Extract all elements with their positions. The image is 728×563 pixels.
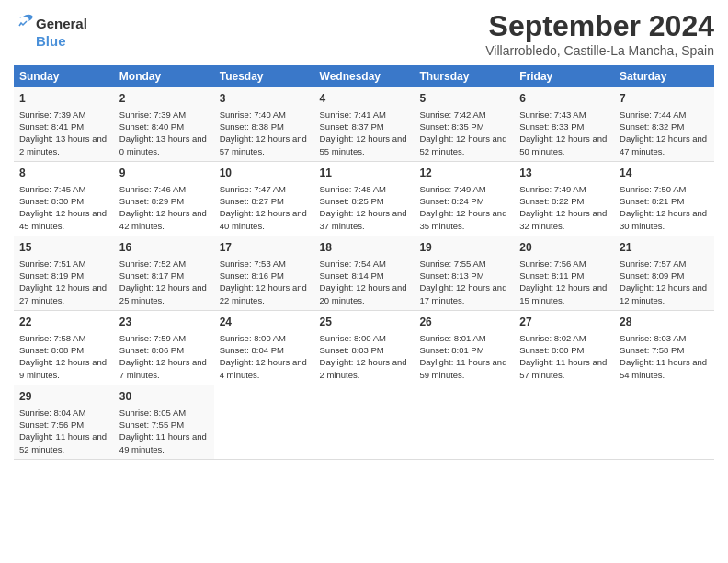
calendar-cell: 21Sunrise: 7:57 AMSunset: 8:09 PMDayligh… xyxy=(614,236,714,310)
day-number: 2 xyxy=(119,91,209,107)
calendar-cell: 23Sunrise: 7:59 AMSunset: 8:06 PMDayligh… xyxy=(114,310,214,385)
col-monday: Monday xyxy=(114,65,214,87)
sunrise: Sunrise: 8:02 AM xyxy=(519,333,586,343)
sunset: Sunset: 7:55 PM xyxy=(119,419,184,430)
sunrise: Sunrise: 7:53 AM xyxy=(220,259,286,269)
daylight: Daylight: 12 hours and 40 minutes. xyxy=(220,208,307,230)
daylight: Daylight: 13 hours and 0 minutes. xyxy=(119,133,207,155)
day-number: 23 xyxy=(119,315,209,330)
daylight: Daylight: 12 hours and 35 minutes. xyxy=(419,208,506,230)
day-number: 20 xyxy=(519,240,609,256)
sunrise: Sunrise: 8:01 AM xyxy=(419,333,485,343)
daylight: Daylight: 11 hours and 59 minutes. xyxy=(419,357,506,379)
calendar-cell: 18Sunrise: 7:54 AMSunset: 8:14 PMDayligh… xyxy=(314,236,415,310)
sunset: Sunset: 8:09 PM xyxy=(620,270,684,281)
sunrise: Sunrise: 7:55 AM xyxy=(419,259,485,269)
day-number: 30 xyxy=(119,389,209,405)
calendar-cell xyxy=(214,385,314,459)
calendar-cell: 25Sunrise: 8:00 AMSunset: 8:03 PMDayligh… xyxy=(314,310,415,385)
day-number: 7 xyxy=(620,91,709,107)
calendar-cell: 5Sunrise: 7:42 AMSunset: 8:35 PMDaylight… xyxy=(414,87,514,161)
col-tuesday: Tuesday xyxy=(214,65,314,87)
sunset: Sunset: 8:37 PM xyxy=(320,121,384,132)
header-row: Sunday Monday Tuesday Wednesday Thursday… xyxy=(14,65,714,87)
day-number: 18 xyxy=(320,240,409,256)
sunrise: Sunrise: 7:50 AM xyxy=(620,184,686,194)
logo: General Blue xyxy=(14,13,87,49)
col-friday: Friday xyxy=(514,65,614,87)
day-number: 28 xyxy=(620,315,709,330)
logo-bird-icon xyxy=(14,13,34,33)
day-number: 15 xyxy=(19,240,108,256)
calendar-cell xyxy=(514,385,614,459)
calendar-cell xyxy=(314,385,415,459)
calendar-cell: 6Sunrise: 7:43 AMSunset: 8:33 PMDaylight… xyxy=(514,87,614,161)
day-number: 26 xyxy=(419,315,508,330)
calendar-cell: 12Sunrise: 7:49 AMSunset: 8:24 PMDayligh… xyxy=(414,161,514,236)
calendar-cell: 3Sunrise: 7:40 AMSunset: 8:38 PMDaylight… xyxy=(214,87,314,161)
sunset: Sunset: 8:32 PM xyxy=(620,121,684,132)
daylight: Daylight: 12 hours and 32 minutes. xyxy=(519,208,607,230)
sunset: Sunset: 8:24 PM xyxy=(419,196,483,206)
calendar-cell: 28Sunrise: 8:03 AMSunset: 7:58 PMDayligh… xyxy=(614,310,714,385)
day-number: 21 xyxy=(620,240,709,256)
daylight: Daylight: 12 hours and 12 minutes. xyxy=(620,282,707,304)
sunset: Sunset: 8:13 PM xyxy=(419,270,483,281)
week-row-3: 15Sunrise: 7:51 AMSunset: 8:19 PMDayligh… xyxy=(14,236,714,310)
calendar-cell xyxy=(614,385,714,459)
col-wednesday: Wednesday xyxy=(314,65,415,87)
day-number: 8 xyxy=(19,166,108,181)
calendar-cell: 27Sunrise: 8:02 AMSunset: 8:00 PMDayligh… xyxy=(514,310,614,385)
sunset: Sunset: 8:11 PM xyxy=(519,270,584,281)
calendar-cell: 17Sunrise: 7:53 AMSunset: 8:16 PMDayligh… xyxy=(214,236,314,310)
daylight: Daylight: 12 hours and 52 minutes. xyxy=(419,133,506,155)
sunrise: Sunrise: 7:49 AM xyxy=(419,184,485,194)
daylight: Daylight: 12 hours and 25 minutes. xyxy=(119,282,207,304)
col-thursday: Thursday xyxy=(414,65,514,87)
calendar-cell: 10Sunrise: 7:47 AMSunset: 8:27 PMDayligh… xyxy=(214,161,314,236)
calendar-cell: 20Sunrise: 7:56 AMSunset: 8:11 PMDayligh… xyxy=(514,236,614,310)
sunrise: Sunrise: 7:42 AM xyxy=(419,109,485,120)
subtitle: Villarrobledo, Castille-La Mancha, Spain xyxy=(485,43,714,58)
sunset: Sunset: 8:03 PM xyxy=(320,345,384,355)
sunset: Sunset: 8:00 PM xyxy=(519,345,584,355)
sunset: Sunset: 8:19 PM xyxy=(19,270,84,281)
daylight: Daylight: 12 hours and 27 minutes. xyxy=(19,282,107,304)
sunrise: Sunrise: 7:41 AM xyxy=(320,109,386,120)
sunrise: Sunrise: 7:43 AM xyxy=(519,109,586,120)
daylight: Daylight: 12 hours and 7 minutes. xyxy=(119,357,207,379)
daylight: Daylight: 12 hours and 42 minutes. xyxy=(119,208,207,230)
calendar-cell: 7Sunrise: 7:44 AMSunset: 8:32 PMDaylight… xyxy=(614,87,714,161)
sunset: Sunset: 8:17 PM xyxy=(119,270,184,281)
sunrise: Sunrise: 7:40 AM xyxy=(220,109,286,120)
day-number: 17 xyxy=(220,240,309,256)
sunset: Sunset: 8:41 PM xyxy=(19,121,84,132)
sunrise: Sunrise: 8:03 AM xyxy=(620,333,686,343)
header: General Blue September 2024 Villarrobled… xyxy=(14,9,714,58)
day-number: 24 xyxy=(220,315,309,330)
daylight: Daylight: 11 hours and 49 minutes. xyxy=(119,431,207,454)
calendar-cell: 15Sunrise: 7:51 AMSunset: 8:19 PMDayligh… xyxy=(14,236,114,310)
sunrise: Sunrise: 7:56 AM xyxy=(519,259,586,269)
sunset: Sunset: 8:30 PM xyxy=(19,196,84,206)
daylight: Daylight: 12 hours and 17 minutes. xyxy=(419,282,506,304)
sunrise: Sunrise: 7:59 AM xyxy=(119,333,186,343)
daylight: Daylight: 12 hours and 15 minutes. xyxy=(519,282,607,304)
calendar-cell: 30Sunrise: 8:05 AMSunset: 7:55 PMDayligh… xyxy=(114,385,214,459)
week-row-1: 1Sunrise: 7:39 AMSunset: 8:41 PMDaylight… xyxy=(14,87,714,161)
sunrise: Sunrise: 7:49 AM xyxy=(519,184,586,194)
day-number: 9 xyxy=(119,166,209,181)
day-number: 3 xyxy=(220,91,309,107)
sunset: Sunset: 7:56 PM xyxy=(19,419,84,430)
sunset: Sunset: 8:14 PM xyxy=(320,270,384,281)
sunset: Sunset: 8:04 PM xyxy=(220,345,284,355)
sunset: Sunset: 8:40 PM xyxy=(119,121,184,132)
daylight: Daylight: 12 hours and 30 minutes. xyxy=(620,208,707,230)
sunset: Sunset: 8:21 PM xyxy=(620,196,684,206)
sunrise: Sunrise: 7:46 AM xyxy=(119,184,186,194)
calendar-cell: 14Sunrise: 7:50 AMSunset: 8:21 PMDayligh… xyxy=(614,161,714,236)
daylight: Daylight: 12 hours and 22 minutes. xyxy=(220,282,307,304)
calendar-table: Sunday Monday Tuesday Wednesday Thursday… xyxy=(14,65,714,460)
daylight: Daylight: 11 hours and 52 minutes. xyxy=(19,431,107,454)
daylight: Daylight: 12 hours and 4 minutes. xyxy=(220,357,307,379)
